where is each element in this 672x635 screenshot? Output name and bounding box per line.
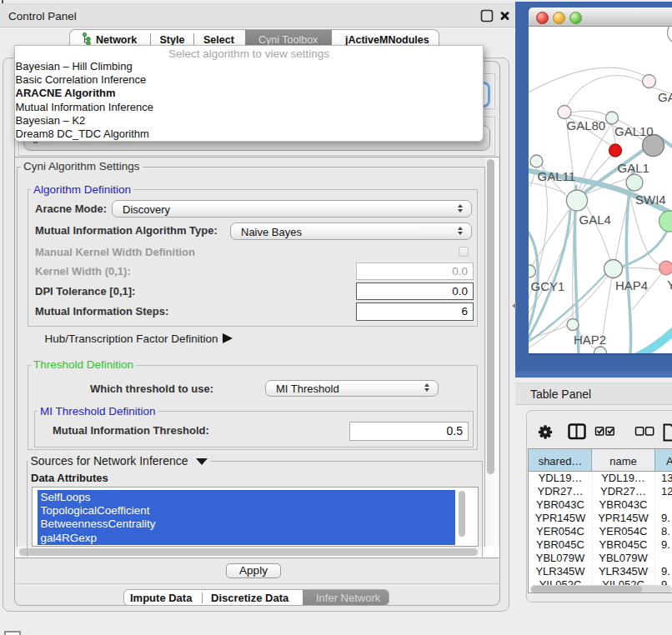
- svg-text:HAP2: HAP2: [574, 332, 606, 347]
- svg-text:GCY1: GCY1: [531, 279, 565, 293]
- svg-text:GAL10: GAL10: [614, 124, 654, 138]
- svg-text:SWI4: SWI4: [635, 192, 666, 207]
- svg-text:HAP4: HAP4: [615, 278, 648, 292]
- svg-text:GAL80: GAL80: [567, 118, 606, 132]
- svg-text:GAL1: GAL1: [618, 161, 649, 175]
- svg-text:GAL2: GAL2: [658, 90, 672, 104]
- svg-text:Y: Y: [667, 278, 672, 292]
- svg-text:GAL4: GAL4: [579, 212, 611, 227]
- svg-text:GAL11: GAL11: [538, 169, 576, 183]
